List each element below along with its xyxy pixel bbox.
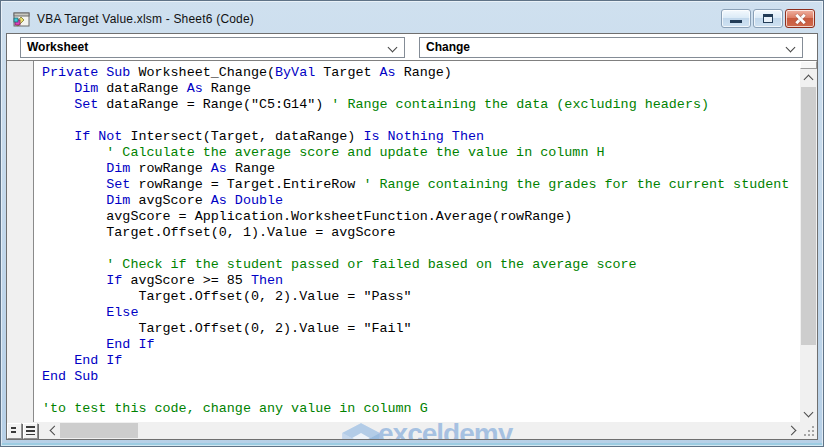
full-module-view-button[interactable] [23, 423, 38, 439]
code-line: Target.Offset(0, 2).Value = "Pass" [42, 289, 800, 305]
chevron-right-icon [786, 426, 796, 436]
code-line: End Sub [42, 369, 800, 385]
horizontal-scrollbar[interactable] [7, 422, 800, 439]
code-pane: Private Sub Worksheet_Change(ByVal Targe… [7, 60, 817, 439]
code-line: If avgScore >= 85 Then [42, 273, 800, 289]
procedure-dropdown-value: Change [426, 40, 470, 54]
client-area: Worksheet Change Private Sub Worksheet_C… [6, 33, 818, 440]
window-title: VBA Target Value.xlsm - Sheet6 (Code) [37, 12, 254, 26]
code-line [42, 385, 800, 401]
close-icon [794, 13, 806, 25]
split-handle[interactable] [800, 61, 817, 69]
code-line: End If [42, 337, 800, 353]
scroll-up-arrow[interactable] [800, 70, 817, 86]
code-line: avgScore = Application.WorksheetFunction… [42, 209, 800, 225]
code-line: Dim rowRange As Range [42, 161, 800, 177]
code-line: Dim avgScore As Double [42, 193, 800, 209]
combo-row: Worksheet Change [7, 34, 817, 60]
vertical-scroll-thumb[interactable] [801, 87, 816, 345]
close-button[interactable] [785, 9, 815, 28]
code-line: Else [42, 305, 800, 321]
object-dropdown-value: Worksheet [27, 40, 88, 54]
code-line: ' Check if the student passed or failed … [42, 257, 800, 273]
code-line: Private Sub Worksheet_Change(ByVal Targe… [42, 65, 800, 81]
code-line: Target.Offset(0, 2).Value = "Fail" [42, 321, 800, 337]
vbe-code-window: VBA Target Value.xlsm - Sheet6 (Code) Wo… [0, 0, 824, 447]
full-module-view-icon [26, 426, 35, 435]
code-window-icon [13, 12, 30, 27]
procedure-view-button[interactable] [7, 423, 22, 439]
code-line: Dim dataRange As Range [42, 81, 800, 97]
code-line: ' Calculate the average score and update… [42, 145, 800, 161]
resize-grip[interactable] [804, 426, 814, 436]
code-line: 'to test this code, change any value in … [42, 401, 800, 417]
scrollbar-corner [800, 422, 817, 439]
code-line [42, 113, 800, 129]
scroll-right-arrow[interactable] [785, 422, 800, 439]
code-line: If Not Intersect(Target, dataRange) Is N… [42, 129, 800, 145]
title-bar[interactable]: VBA Target Value.xlsm - Sheet6 (Code) [6, 5, 818, 33]
code-line: Set dataRange = Range("C5:G14") ' Range … [42, 97, 800, 113]
object-dropdown[interactable]: Worksheet [20, 37, 405, 58]
code-line: Set rowRange = Target.EntireRow ' Range … [42, 177, 800, 193]
restore-icon [763, 14, 773, 23]
minimize-button[interactable] [721, 9, 751, 28]
margin-indicator-bar[interactable] [7, 61, 34, 422]
code-line: End If [42, 353, 800, 369]
horizontal-scroll-thumb[interactable] [60, 423, 138, 438]
chevron-down-icon [786, 42, 796, 52]
chevron-down-icon [388, 42, 398, 52]
procedure-dropdown[interactable]: Change [419, 37, 803, 58]
chevron-left-icon [49, 426, 59, 436]
restore-button[interactable] [753, 9, 783, 28]
chevron-up-icon [804, 75, 814, 85]
vertical-scrollbar[interactable] [800, 61, 817, 422]
code-line: Target.Offset(0, 1).Value = avgScore [42, 225, 800, 241]
scroll-down-arrow[interactable] [800, 406, 817, 422]
code-content[interactable]: Private Sub Worksheet_Change(ByVal Targe… [35, 61, 800, 422]
minimize-icon [730, 20, 742, 23]
procedure-view-icon [11, 427, 19, 435]
code-line [42, 241, 800, 257]
scroll-left-arrow[interactable] [45, 422, 60, 439]
chevron-down-icon [804, 408, 814, 418]
